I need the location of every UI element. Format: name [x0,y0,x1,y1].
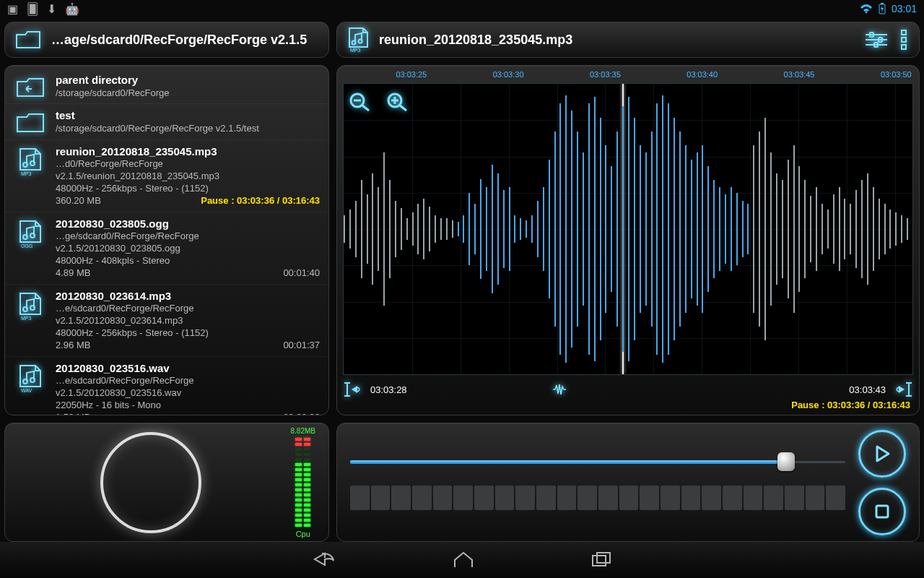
seek-thumb[interactable] [777,452,795,471]
parent-folder-icon [14,73,47,98]
ruler-tick: 03:03:45 [784,70,815,79]
item-name: reunion_20120818_235045.mp3 [56,144,320,159]
beat-grid [350,486,845,510]
back-button[interactable] [312,551,336,569]
svg-text:MP3: MP3 [350,48,361,53]
svg-point-13 [30,378,35,382]
item-path: /storage/sdcard0/RecForge [56,87,320,100]
svg-rect-24 [902,30,906,35]
svg-point-3 [23,163,27,167]
item-path: /storage/sdcard0/RecForge/RecForge v2.1.… [56,123,320,135]
battery-icon [879,3,886,14]
list-item-folder[interactable]: test /storage/sdcard0/RecForge/RecForge … [5,104,328,139]
android-status-bar: ▣ 🂠 ⬇ 🤖 03:01 [0,0,924,17]
svg-point-9 [23,307,27,311]
record-panel: 8.82MB Cpu [4,423,329,542]
svg-rect-36 [597,553,610,563]
svg-line-31 [400,105,406,111]
record-button[interactable] [100,432,201,533]
folder-header[interactable]: …age/sdcard0/RecForge/RecForge v2.1.5 [4,22,329,58]
vu-col-right [304,438,310,527]
track-header: MP3 reunion_20120818_235045.mp3 [336,22,920,58]
clock: 03:01 [892,3,917,14]
status-left-icons: ▣ 🂠 ⬇ 🤖 [7,2,79,16]
item-spec: 48000Hz - 256kbps - Stereo - (1152) [56,327,320,340]
item-duration: 00:01:40 [283,267,320,280]
ogg-file-icon: OGG [14,217,47,249]
svg-rect-26 [902,45,906,49]
stop-button[interactable] [858,488,906,535]
svg-point-16 [359,40,362,43]
ruler-tick: 03:03:30 [493,70,524,79]
pause-status-line: Pause : 03:03:36 / 03:16:43 [343,400,913,410]
ruler-tick: 03:03:25 [396,70,427,79]
item-name: test [56,108,320,123]
recent-apps-button[interactable] [590,551,612,569]
selection-start-time: 03:03:28 [370,384,407,395]
folder-path: …age/sdcard0/RecForge/RecForge v2.1.5 [51,33,318,48]
item-name: 20120830_023614.mp3 [56,289,320,303]
list-item-parent[interactable]: parent directory /storage/sdcard0/RecFor… [5,69,328,104]
waveform-marker-icon [552,383,567,396]
item-spec: 48000Hz - 408kpls - Stereo [56,255,320,267]
transport-panel [336,423,920,542]
selection-row: 03:03:28 03:03:43 [343,375,913,400]
vu-meter: 8.82MB Cpu [291,427,315,538]
item-size: 2.96 MB [56,340,283,352]
svg-point-4 [30,161,35,165]
svg-text:MP3: MP3 [21,316,32,321]
item-size: 1.53 MB [56,412,283,415]
svg-point-10 [30,306,35,310]
folder-icon [14,108,47,133]
ruler-tick: 03:03:40 [687,70,718,79]
item-duration: 00:01:37 [283,340,320,352]
selection-end-time: 03:03:43 [849,384,886,395]
seek-fill [350,460,786,464]
zoom-out-icon[interactable] [349,92,372,112]
track-title: reunion_20120818_235045.mp3 [379,33,854,48]
home-button[interactable] [452,551,475,569]
item-name: parent directory [56,73,320,87]
seek-bar[interactable] [350,455,845,468]
play-button[interactable] [858,430,906,478]
list-item-file[interactable]: WAV 20120830_023516.wav …e/sdcard0/RecFo… [5,357,328,415]
item-duration: 00:00:36 [283,412,320,415]
vu-col-left [295,438,302,527]
file-list: parent directory /storage/sdcard0/RecFor… [4,65,329,415]
list-item-file[interactable]: MP3 reunion_20120818_235045.mp3 …d0/RecF… [5,140,328,212]
item-size: 360.20 MB [56,195,201,207]
item-spec: 48000Hz - 256kbps - Stereo - (1152) [56,183,320,195]
svg-point-0 [866,12,868,14]
list-item-file[interactable]: MP3 20120830_023614.mp3 …e/sdcard0/RecFo… [5,285,328,357]
svg-point-12 [23,379,27,384]
zoom-in-icon[interactable] [386,92,409,112]
item-path: …d0/RecForge/RecForge v2.1.5/reunion_201… [56,158,320,183]
folder-icon [15,30,41,49]
waveform-plot[interactable] [343,83,913,375]
svg-rect-25 [902,38,906,42]
sd-icon: 🂠 [27,2,38,16]
download-icon: ⬇ [47,2,56,16]
end-marker-icon[interactable] [893,380,913,399]
svg-text:OGG: OGG [21,243,32,249]
item-path: …e/sdcard0/RecForge/RecForge v2.1.5/2012… [56,375,320,400]
wav-file-icon: WAV [14,361,47,393]
list-item-file[interactable]: OGG 20120830_023805.ogg …ge/sdcard0/RecF… [5,212,328,285]
svg-point-6 [23,235,27,239]
start-marker-icon[interactable] [343,380,363,399]
mp3-file-icon: MP3 [347,27,369,53]
ruler-tick: 03:03:35 [590,70,621,79]
item-pause-status: Pause : 03:03:36 / 03:16:43 [201,195,320,207]
memory-label: 8.82MB [291,427,315,435]
svg-point-15 [352,41,356,45]
ruler-tick: 03:03:50 [881,70,912,79]
svg-line-28 [362,105,369,111]
cpu-label: Cpu [296,530,310,538]
android-icon: 🤖 [65,2,79,16]
item-name: 20120830_023516.wav [56,361,320,376]
svg-rect-34 [876,506,888,517]
menu-dots-icon[interactable] [899,29,909,51]
time-ruler: 03:03:25 03:03:30 03:03:35 03:03:40 03:0… [343,70,913,83]
equalizer-icon[interactable] [864,31,889,48]
item-path: …e/sdcard0/RecForge/RecForge v2.1.5/2012… [56,303,320,327]
